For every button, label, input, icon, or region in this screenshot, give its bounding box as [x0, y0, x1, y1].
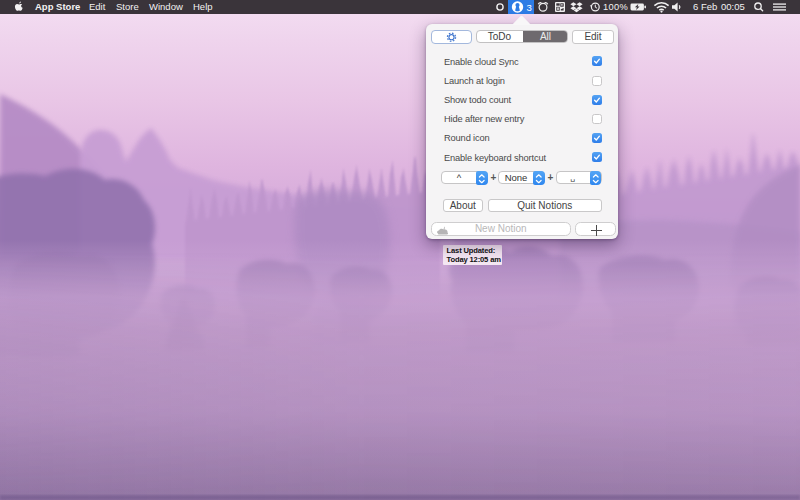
svg-text:3: 3: [527, 2, 532, 13]
